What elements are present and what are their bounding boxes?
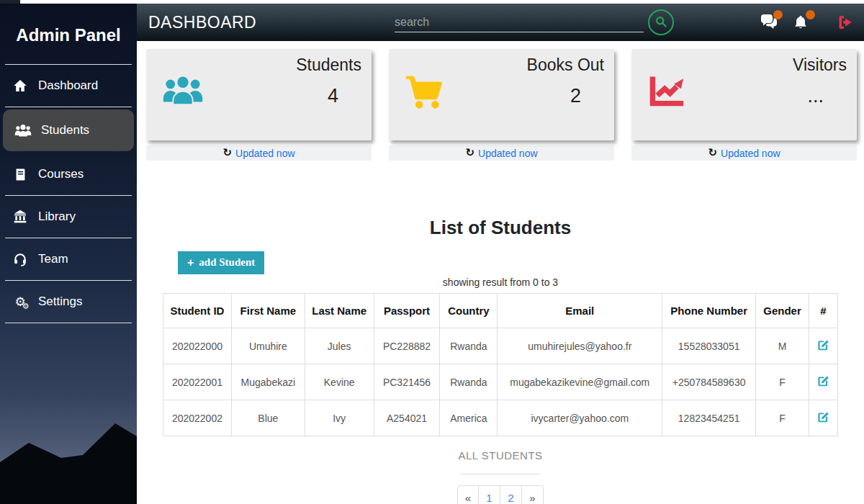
cell-first-name: Blue [231, 400, 305, 436]
col-actions: # [809, 294, 838, 328]
cell-phone: 12823454251 [662, 400, 756, 436]
stat-cards-row: Students 4 ↻ Updated now Books Out 2 [137, 41, 864, 161]
cell-phone: +250784589630 [662, 364, 756, 400]
edit-icon [817, 343, 829, 354]
cell-phone: 15528033051 [662, 328, 756, 364]
cell-last-name: Jules [305, 328, 374, 364]
stat-card-footer[interactable]: ↻ Updated now [631, 145, 857, 161]
sidebar: Admin Panel Dashboard Students [0, 4, 137, 504]
sidebar-item-label: Team [38, 252, 68, 266]
showing-results-text: showing result from 0 to 3 [163, 276, 838, 288]
stat-card-footer[interactable]: ↻ Updated now [389, 145, 614, 161]
sidebar-item-library[interactable]: Library [0, 196, 137, 238]
add-student-label: add Student [199, 256, 255, 269]
pagination-page-2[interactable]: 2 [500, 485, 522, 504]
col-passport: Passport [374, 294, 440, 328]
mountain-silhouette [0, 410, 137, 504]
cell-first-name: Mugabekazi [231, 364, 305, 400]
edit-student-button[interactable] [816, 338, 831, 355]
stat-card-books-out: Books Out 2 ↻ Updated now [389, 49, 614, 161]
cell-last-name: Kevine [305, 364, 374, 400]
updated-label: Updated now [235, 148, 295, 159]
edit-icon [817, 379, 829, 390]
pagination-prev[interactable]: « [457, 485, 479, 504]
all-students-label: ALL STUDENTS [163, 449, 838, 462]
section-divider [460, 474, 541, 474]
refresh-icon: ↻ [708, 148, 717, 158]
stat-card-value: 2 [570, 85, 581, 107]
search-button[interactable] [648, 9, 674, 35]
chart-line-icon [647, 73, 689, 114]
headset-icon [12, 252, 29, 266]
search-icon [654, 14, 668, 31]
stat-card-label: Visitors [793, 55, 847, 75]
cell-country: Rwanda [440, 328, 498, 364]
stat-card-value: ... [807, 85, 824, 107]
pagination: « 1 2 » [163, 485, 838, 504]
cart-icon [405, 73, 446, 114]
pagination-page-1[interactable]: 1 [479, 485, 500, 504]
cell-gender: F [756, 400, 809, 436]
stat-card-visitors: Visitors ... ↻ Updated now [631, 49, 857, 161]
students-section: List of Students + add Student showing r… [163, 217, 838, 504]
stat-card-label: Books Out [527, 55, 604, 75]
table-header-row: Student ID First Name Last Name Passport… [163, 294, 838, 328]
col-last-name: Last Name [305, 294, 374, 328]
sidebar-item-label: Students [41, 123, 89, 138]
university-icon [12, 210, 29, 224]
stat-card-footer[interactable]: ↻ Updated now [146, 145, 372, 161]
edit-student-button[interactable] [816, 374, 831, 391]
cell-student-id: 202022000 [163, 328, 232, 364]
notifications-button[interactable] [793, 14, 811, 31]
updated-label: Updated now [721, 148, 780, 159]
messages-button[interactable] [760, 14, 779, 31]
section-title: List of Students [163, 217, 838, 239]
sidebar-item-team[interactable]: Team [0, 238, 137, 280]
sidebar-item-settings[interactable]: ⚙⚙ Settings [0, 281, 137, 323]
notification-badge [773, 10, 783, 19]
col-first-name: First Name [231, 294, 305, 328]
cell-gender: M [756, 328, 809, 364]
sidebar-item-courses[interactable]: Courses [0, 153, 137, 195]
comments-icon [760, 21, 779, 33]
students-table: Student ID First Name Last Name Passport… [163, 293, 838, 436]
edit-student-button[interactable] [816, 410, 831, 427]
users-icon [14, 123, 32, 138]
sign-out-icon [837, 21, 854, 33]
sidebar-item-dashboard[interactable]: Dashboard [0, 65, 137, 107]
edit-icon [817, 415, 829, 426]
col-gender: Gender [756, 294, 809, 328]
sidebar-divider [5, 323, 132, 323]
book-icon [12, 167, 29, 181]
refresh-icon: ↻ [222, 148, 232, 158]
users-icon [162, 73, 204, 114]
cell-email: umuhirejules@yahoo.fr [498, 328, 662, 364]
cell-country: Rwanda [440, 364, 498, 400]
page-title: DASHBOARD [148, 13, 256, 32]
cell-email: ivycarter@yahoo.com [498, 400, 662, 436]
table-row: 202022000 Umuhire Jules PC228882 Rwanda … [163, 328, 838, 364]
stat-card-value: 4 [328, 85, 338, 107]
logout-button[interactable] [837, 14, 855, 31]
top-navbar: DASHBOARD [137, 4, 864, 41]
table-row: 202022001 Mugabekazi Kevine PC321456 Rwa… [163, 364, 838, 400]
main-content: Students 4 ↻ Updated now Books Out 2 [137, 41, 864, 504]
cell-actions [809, 364, 838, 400]
search-input[interactable] [395, 12, 644, 32]
notification-badge [806, 10, 815, 19]
sidebar-item-students[interactable]: Students [3, 109, 134, 151]
add-student-button[interactable]: + add Student [178, 251, 264, 274]
col-phone: Phone Number [662, 294, 756, 328]
top-strip-tab [0, 0, 20, 4]
refresh-icon: ↻ [465, 148, 474, 158]
sidebar-item-label: Courses [38, 167, 84, 181]
bell-icon [793, 21, 809, 33]
stat-card-label: Students [296, 55, 361, 75]
col-email: Email [498, 294, 662, 328]
app-title: Admin Panel [0, 4, 137, 64]
plus-icon: + [187, 257, 194, 269]
stat-card-students: Students 4 ↻ Updated now [146, 49, 372, 161]
cell-student-id: 202022001 [163, 364, 232, 400]
pagination-next[interactable]: » [522, 485, 544, 504]
sidebar-item-label: Settings [38, 294, 82, 309]
